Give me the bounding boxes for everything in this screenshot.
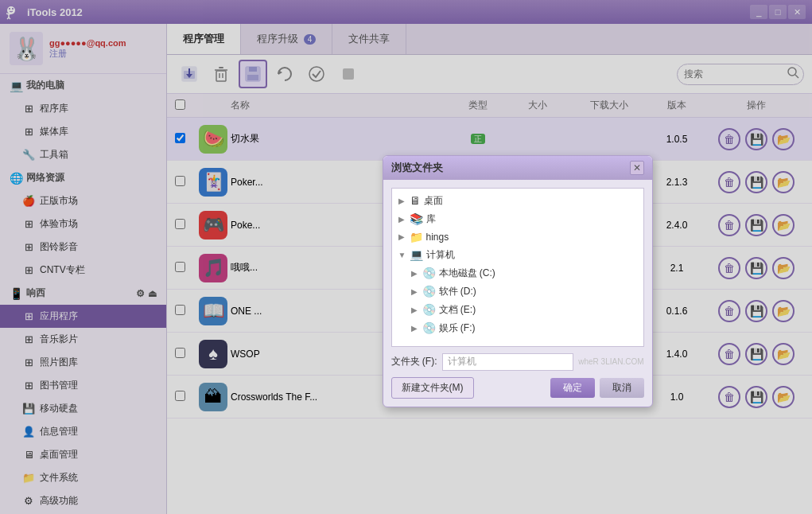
expand-icon: ▶ [411, 324, 422, 333]
tree-label-hings: hings [426, 232, 449, 243]
path-label: 文件夹 (F): [391, 355, 437, 368]
confirm-cancel-group: 确定 取消 [550, 378, 644, 398]
watermark-text: wheR 3LIAN.COM [578, 357, 643, 366]
library-icon: 📚 [410, 212, 423, 225]
tree-item-hings[interactable]: ▶ 📁 hings [395, 228, 640, 246]
disk-icon: 💿 [422, 303, 436, 316]
tree-label-c-drive: 本地磁盘 (C:) [439, 267, 495, 280]
browse-folder-dialog: 浏览文件夹 ✕ ▶ 🖥 桌面 ▶ 📚 库 ▶ [383, 155, 653, 407]
tree-item-desktop[interactable]: ▶ 🖥 桌面 [395, 192, 640, 210]
new-folder-button[interactable]: 新建文件夹(M) [391, 377, 474, 399]
computer-children: ▶ 💿 本地磁盘 (C:) ▶ 💿 软件 (D:) ▶ 💿 文档 (E:) [395, 264, 640, 337]
dialog-title: 浏览文件夹 [391, 161, 443, 175]
tree-item-e-drive[interactable]: ▶ 💿 文档 (E:) [408, 301, 640, 319]
expand-icon: ▶ [411, 287, 422, 296]
disk-icon: 💿 [422, 321, 436, 334]
tree-label-f-drive: 娱乐 (F:) [439, 321, 476, 335]
tree-label-d-drive: 软件 (D:) [439, 285, 476, 298]
expand-icon: ▶ [411, 269, 422, 278]
dialog-body: ▶ 🖥 桌面 ▶ 📚 库 ▶ 📁 hings ▼ [383, 180, 652, 407]
dialog-confirm-button[interactable]: 确定 [550, 378, 595, 398]
dialog-cancel-button[interactable]: 取消 [600, 378, 644, 398]
dialog-close-button[interactable]: ✕ [630, 161, 644, 175]
path-input[interactable] [442, 353, 574, 371]
desktop-icon: 🖥 [410, 194, 421, 207]
tree-item-f-drive[interactable]: ▶ 💿 娱乐 (F:) [408, 319, 640, 337]
tree-label-desktop: 桌面 [424, 194, 443, 208]
expand-icon: ▶ [398, 197, 410, 205]
tree-item-c-drive[interactable]: ▶ 💿 本地磁盘 (C:) [408, 264, 640, 282]
tree-label-e-drive: 文档 (E:) [439, 303, 476, 317]
dialog-buttons: 新建文件夹(M) 确定 取消 [391, 377, 644, 399]
path-row: 文件夹 (F): wheR 3LIAN.COM [391, 353, 644, 371]
tree-item-computer[interactable]: ▼ 💻 计算机 [395, 246, 640, 264]
dialog-overlay: 浏览文件夹 ✕ ▶ 🖥 桌面 ▶ 📚 库 ▶ [0, 0, 812, 514]
expand-icon: ▶ [398, 232, 410, 241]
tree-item-library[interactable]: ▶ 📚 库 [395, 210, 640, 228]
dialog-titlebar: 浏览文件夹 ✕ [383, 156, 652, 180]
file-tree[interactable]: ▶ 🖥 桌面 ▶ 📚 库 ▶ 📁 hings ▼ [391, 188, 644, 347]
tree-label-library: 库 [426, 212, 436, 226]
tree-label-computer: 计算机 [426, 248, 455, 262]
computer-icon: 💻 [410, 248, 423, 261]
disk-icon: 💿 [422, 267, 436, 279]
folder-icon: 📁 [410, 231, 423, 243]
expand-icon: ▶ [411, 306, 422, 314]
expand-icon: ▶ [398, 215, 410, 224]
expand-icon: ▼ [398, 251, 410, 259]
disk-icon: 💿 [422, 285, 436, 298]
tree-item-d-drive[interactable]: ▶ 💿 软件 (D:) [408, 282, 640, 301]
